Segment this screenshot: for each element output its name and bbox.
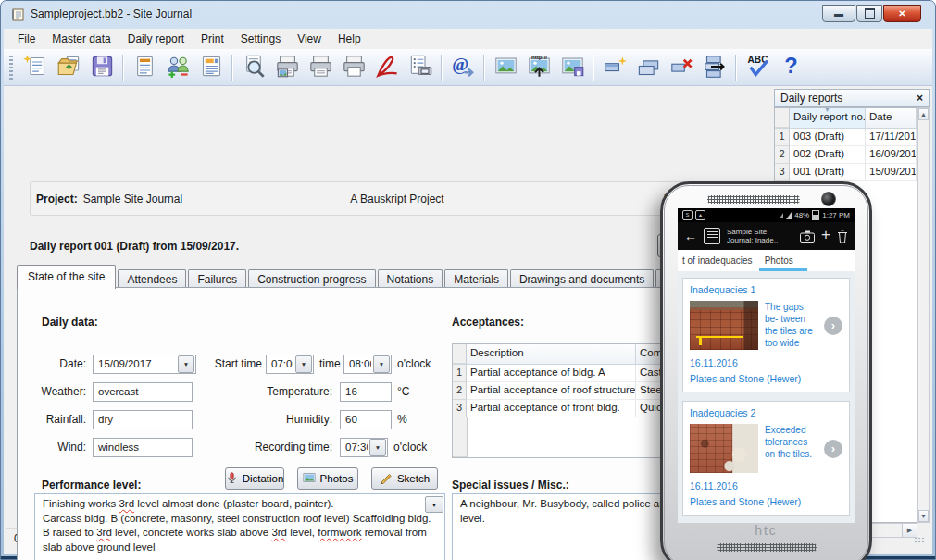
daily-report-row[interactable]: 1003 (Draft)17/11/2017 (775, 129, 917, 146)
humidity-field[interactable]: 60 (340, 410, 392, 429)
phone-app-title: Sample SiteJournal: Inade.. (727, 228, 793, 244)
print-list-button[interactable] (405, 52, 436, 83)
end-time-dropdown-icon[interactable]: ▼ (373, 355, 390, 373)
print-photos-button[interactable] (271, 52, 303, 83)
add-icon[interactable]: + (821, 226, 830, 244)
window-copy-button[interactable] (632, 52, 664, 83)
close-button[interactable]: ✕ (883, 5, 921, 22)
row-number: 1 (775, 129, 790, 146)
panel-close-icon[interactable]: × (917, 92, 923, 105)
menu-settings[interactable]: Settings (232, 31, 289, 47)
phone-status-bar: S ▴ 48% 1:27 PM (678, 208, 855, 222)
save-button[interactable] (86, 52, 118, 83)
start-time-field[interactable]: 07:00▼ (266, 355, 314, 374)
print-blank-icon (342, 68, 367, 81)
recording-time-dropdown-icon[interactable]: ▼ (369, 439, 386, 456)
tab-drawings-and-documents[interactable]: Drawings and documents (510, 269, 654, 289)
phone-tab-photos[interactable]: Photos (765, 255, 793, 266)
perf-text-segment: level, concrete works slab above (112, 527, 272, 538)
daily-reports-title: Daily reports (780, 92, 842, 105)
report-overview-button[interactable] (195, 52, 227, 83)
menu-view[interactable]: View (289, 31, 330, 47)
daily-report-row[interactable]: 2002 (Draft)16/09/2017 (775, 146, 917, 164)
performance-textarea[interactable]: Finishing works 3rd level almost done (p… (34, 493, 445, 560)
chevron-right-icon[interactable]: › (824, 440, 842, 458)
tab-notations[interactable]: Notations (378, 269, 443, 289)
window-delete-button[interactable] (666, 52, 697, 83)
column-header-report-no[interactable]: Daily report no.▼ (790, 108, 866, 128)
temperature-field[interactable]: 16 (340, 382, 392, 402)
menu-print[interactable]: Print (193, 31, 232, 47)
tab-attendees[interactable]: Attendees (118, 269, 186, 289)
scroll-right-icon[interactable]: ▶ (902, 524, 917, 537)
inadequacy-card[interactable]: Inadequacies 2Exceeded tolerances on the… (682, 401, 850, 516)
inadequacy-photo[interactable] (690, 424, 758, 473)
print-report-button[interactable] (305, 52, 336, 83)
row-number: 3 (453, 400, 467, 417)
tab-materials[interactable]: Materials (444, 269, 508, 289)
window-new-button[interactable] (599, 52, 630, 83)
vertical-scrollbar[interactable]: ▲ ▼ (917, 107, 930, 523)
svg-text:@: @ (452, 55, 468, 74)
start-time-dropdown-icon[interactable]: ▼ (295, 355, 312, 373)
window-arrange-button[interactable] (699, 52, 730, 83)
help-icon: ? (779, 68, 804, 81)
cell-report-no: 001 (Draft) (790, 164, 866, 181)
menu-master-data[interactable]: Master data (44, 31, 119, 47)
journal-app-icon (704, 228, 720, 244)
attendees-add-remove-button[interactable] (162, 52, 193, 83)
column-header-date[interactable]: Date (866, 108, 917, 128)
sketch-label: Sketch (397, 473, 430, 484)
print-blank-button[interactable] (338, 52, 369, 83)
tab-failures[interactable]: Failures (188, 269, 246, 289)
pdf-export-button[interactable] (371, 52, 403, 83)
new-report-button[interactable] (19, 52, 51, 83)
inadequacy-card[interactable]: Inadequacies 1The gaps be- tween the til… (682, 278, 850, 392)
minimize-button[interactable]: ▬ (822, 5, 855, 22)
phone-tab-list[interactable]: t of inadequacies (682, 255, 753, 266)
toolbar-grip[interactable] (9, 56, 13, 80)
scroll-down-icon[interactable]: ▼ (918, 510, 929, 522)
camera-icon[interactable] (800, 230, 815, 243)
scroll-up-icon[interactable]: ▲ (918, 108, 929, 120)
open-project-button[interactable] (53, 52, 84, 83)
maximize-button[interactable] (856, 5, 882, 22)
chevron-right-icon[interactable]: › (824, 317, 842, 335)
performance-dropdown-icon[interactable]: ▼ (425, 496, 443, 513)
open-project-icon (56, 68, 81, 81)
sketch-button[interactable]: Sketch (371, 467, 438, 490)
photos-button[interactable]: Photos (297, 467, 358, 490)
photo-web-upload-button[interactable]: http:// (523, 52, 555, 83)
menu-daily-report[interactable]: Daily report (119, 31, 193, 47)
recording-time-value: 07:30 (345, 439, 368, 456)
trash-icon[interactable] (837, 230, 848, 243)
column-header-description[interactable]: Description (467, 344, 636, 364)
spellcheck-icon: ABC (745, 68, 770, 81)
inadequacy-photo[interactable] (690, 301, 758, 350)
tab-construction-progress[interactable]: Construction progress (248, 269, 375, 289)
daily-report-row[interactable]: 3001 (Draft)15/09/2017 (775, 164, 917, 181)
photo-view-button[interactable] (490, 52, 521, 83)
rainfall-label: Rainfall: (18, 410, 86, 429)
photo-icon (303, 471, 316, 486)
tab-state-of-the-site[interactable]: State of the site (17, 265, 116, 289)
spellcheck-button[interactable]: ABC (742, 52, 773, 83)
card-date: 16.11.2016 (690, 357, 842, 368)
print-preview-button[interactable] (238, 52, 269, 83)
pdf-export-icon (375, 68, 400, 81)
photo-save-button[interactable] (556, 52, 588, 83)
send-email-button[interactable]: @ (447, 52, 479, 83)
print-report-icon (308, 68, 333, 81)
menu-file[interactable]: File (9, 31, 44, 47)
dictation-button[interactable]: Dictation (225, 467, 284, 490)
report-overview-icon (199, 68, 224, 81)
end-time-field[interactable]: 08:00▼ (343, 355, 392, 374)
maximize-icon (865, 8, 875, 19)
help-button[interactable]: ? (775, 52, 806, 83)
master-data-report-button[interactable] (129, 52, 160, 83)
back-icon[interactable]: ← (684, 229, 697, 243)
recording-time-field[interactable]: 07:30▼ (340, 438, 388, 457)
gutter-fill (453, 417, 468, 457)
menu-help[interactable]: Help (330, 31, 369, 47)
end-time-unit: o'clock (397, 355, 431, 374)
